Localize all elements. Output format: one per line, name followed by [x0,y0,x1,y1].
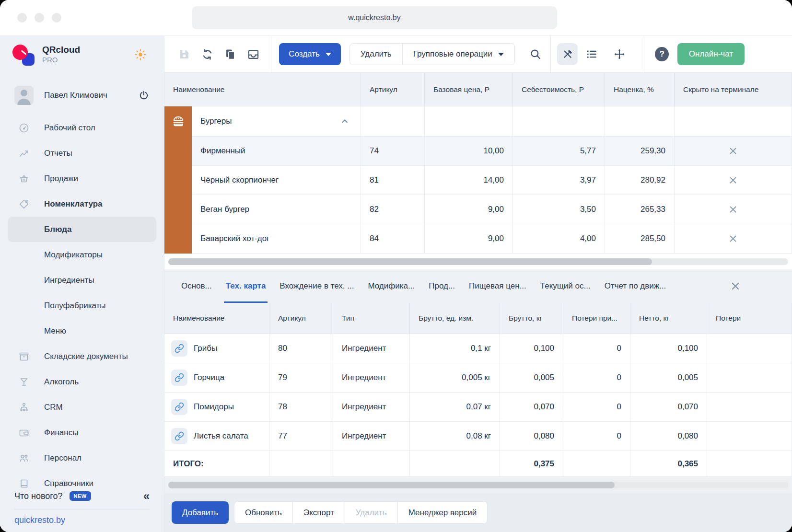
version-manager-button[interactable]: Менеджер версий [397,501,488,524]
table-row[interactable]: Грибы 80 Ингредиент 0,1 кг 0,100 0 0,100 [164,334,792,363]
tab-sales[interactable]: Прод... [429,269,455,303]
footer-button-group: Обновить Экспорт Удалить Менеджер версий [234,501,488,524]
collapse-sidebar-icon[interactable]: « [143,490,150,502]
sidebar-item-warehouse-docs[interactable]: Складские документы [0,344,164,369]
category-group-row[interactable]: Бургеры [164,106,792,137]
window-minimize-button[interactable] [35,13,44,23]
sidebar-item-sales[interactable]: Продажи [0,166,164,191]
table-row[interactable]: Листья салата 77 Ингредиент 0,08 кг 0,08… [164,422,792,451]
tab-modifiers[interactable]: Модифика... [368,269,415,303]
gross-kg: 0,100 [500,334,563,363]
toolbar-button-group: Удалить Групповые операции [349,43,515,65]
column-header[interactable]: Артикул [269,303,333,334]
link-icon[interactable] [171,428,187,444]
column-header[interactable]: Потери [707,303,792,334]
sidebar-item-menu[interactable]: Меню [0,318,164,344]
online-chat-button[interactable]: Онлайн-чат [677,43,745,65]
column-header[interactable]: Наценка, % [605,73,675,106]
table-row[interactable]: Фирменный 74 10,00 5,77 259,30 [164,137,792,166]
refresh-button[interactable] [199,46,215,63]
column-header[interactable]: Наименование [164,73,361,106]
move-button[interactable] [611,46,628,63]
hide-on-terminal-toggle[interactable] [726,231,740,246]
sidebar: QRcloud PRO Павел Климович [0,36,164,532]
dish-markup: 280,92 [605,166,675,195]
url-bar[interactable]: w.quickresto.by [192,6,557,29]
table-row[interactable]: Помидоры 78 Ингредиент 0,07 кг 0,070 0 0… [164,393,792,422]
dish-sku: 81 [361,166,425,195]
tab-main[interactable]: Основ... [181,269,212,303]
empty-cell [410,451,500,477]
help-button[interactable]: ? [655,47,668,61]
ingredient-name: Листья салата [194,431,248,441]
sidebar-item-dashboard[interactable]: Рабочий стол [0,115,164,140]
sidebar-item-dishes[interactable]: Блюда [8,217,156,242]
tab-tech-usage[interactable]: Вхождение в тех. ... [280,269,354,303]
sidebar-item-modifiers[interactable]: Модификаторы [0,242,164,267]
column-header[interactable]: Себестоимость, Р [513,73,605,106]
table-row[interactable]: Горчица 79 Ингредиент 0,005 кг 0,005 0 0… [164,363,792,393]
sidebar-item-nomenclature[interactable]: Номенклатура [0,191,164,217]
scrollbar-track[interactable] [168,482,788,488]
scrollbar-thumb[interactable] [168,258,652,265]
search-button[interactable] [527,46,544,63]
table-row[interactable]: Баварский хот-дог 84 9,00 4,00 285,50 [164,224,792,254]
sidebar-item-finance[interactable]: Финансы [0,420,164,445]
sidebar-item-crm[interactable]: CRM [0,394,164,420]
site-link[interactable]: quickresto.by [14,515,65,525]
tab-movement-report[interactable]: Отчет по движ... [605,269,666,303]
tray-button[interactable] [245,46,261,63]
delete-button-footer[interactable]: Удалить [345,501,398,524]
column-header[interactable]: Нетто, кг [630,303,707,334]
finance-wallet-icon [18,427,32,439]
tab-nutrition[interactable]: Пищевая цен... [469,269,526,303]
scrollbar-thumb[interactable] [168,482,615,488]
net-kg: 0,070 [630,393,707,422]
column-header[interactable]: Брутто, кг [500,303,563,334]
sidebar-item-reports[interactable]: Отчеты [0,140,164,166]
group-operations-button[interactable]: Групповые операции [402,43,515,65]
ingredient-name: Грибы [194,344,217,353]
delete-button[interactable]: Удалить [349,43,403,65]
close-panel-button[interactable] [728,279,743,293]
sidebar-item-ingredients[interactable]: Ингредиенты [0,267,164,293]
save-button[interactable] [176,46,192,63]
avatar[interactable] [14,86,34,105]
sidebar-item-semifinished[interactable]: Полуфабрикаты [0,293,164,318]
column-header[interactable]: Брутто, ед. изм. [410,303,500,334]
dish-price: 14,00 [425,166,513,195]
link-icon[interactable] [171,340,187,357]
chevron-up-icon[interactable] [339,116,350,127]
table-row[interactable]: Чёрный скорпиончег 81 14,00 3,97 280,92 [164,166,792,195]
hide-on-terminal-toggle[interactable] [726,202,740,217]
sidebar-item-staff[interactable]: Персонал [0,445,164,471]
export-button[interactable]: Экспорт [292,501,345,524]
copy-button[interactable] [222,46,238,63]
window-zoom-button[interactable] [52,13,61,23]
theme-sun-icon[interactable] [134,48,147,61]
column-header[interactable]: Базовая цена, Р [425,73,513,106]
logout-power-icon[interactable] [138,90,150,101]
whats-new-link[interactable]: Что нового? [14,491,63,501]
table-row[interactable]: Веган бургер 82 9,00 3,50 265,33 [164,195,792,224]
loss: 0 [563,393,630,422]
tools-view-button[interactable] [557,43,578,65]
sidebar-item-alcohol[interactable]: Алкоголь [0,369,164,394]
hide-on-terminal-toggle[interactable] [726,144,740,158]
link-icon[interactable] [171,370,187,386]
link-icon[interactable] [171,399,187,415]
column-header[interactable]: Потери при... [563,303,630,334]
create-button[interactable]: Создать [279,43,341,65]
hide-on-terminal-toggle[interactable] [726,173,740,187]
tab-current-stock[interactable]: Текущий ос... [540,269,591,303]
column-header[interactable]: Артикул [361,73,425,106]
window-close-button[interactable] [17,13,27,23]
column-header[interactable]: Скрыто на терминале [675,73,792,106]
scrollbar-track[interactable] [168,258,788,265]
list-view-button[interactable] [583,46,600,63]
add-button[interactable]: Добавить [172,501,229,524]
column-header[interactable]: Тип [333,303,410,334]
refresh-button-footer[interactable]: Обновить [234,501,293,524]
column-header[interactable]: Наименование [164,303,269,334]
tab-tech-card[interactable]: Тех. карта [226,269,266,303]
